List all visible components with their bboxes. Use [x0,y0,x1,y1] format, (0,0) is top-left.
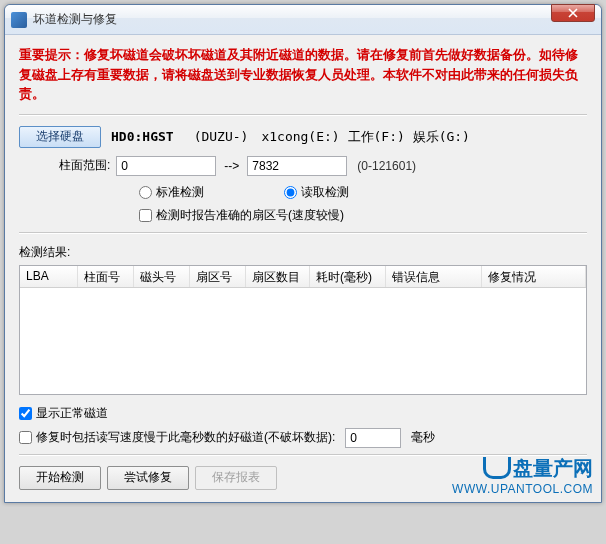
range-label: 柱面范围: [59,157,110,174]
th-sector[interactable]: 扇区号 [190,266,246,287]
checkbox-slow-repair-label: 修复时包括读写速度慢于此毫秒数的好磁道(不破坏数据): [36,429,335,446]
app-icon [11,12,27,28]
th-lba[interactable]: LBA [20,266,78,287]
save-report-button[interactable]: 保存报表 [195,466,277,490]
bottom-options: 显示正常磁道 修复时包括读写速度慢于此毫秒数的好磁道(不破坏数据): 毫秒 [19,405,587,448]
checkbox-accurate[interactable]: 检测时报告准确的扇区号(速度较慢) [139,207,587,224]
detect-mode-row: 标准检测 读取检测 [139,184,587,201]
checkbox-show-normal[interactable] [19,407,32,420]
slow-ms-input[interactable] [345,428,401,448]
radio-standard-label: 标准检测 [156,184,204,201]
accurate-sector-row: 检测时报告准确的扇区号(速度较慢) [139,207,587,224]
range-end-input[interactable] [247,156,347,176]
close-button[interactable] [551,4,595,22]
checkbox-accurate-input[interactable] [139,209,152,222]
slow-repair-row: 修复时包括读写速度慢于此毫秒数的好磁道(不破坏数据): 毫秒 [19,428,587,448]
titlebar[interactable]: 坏道检测与修复 [5,5,601,35]
divider-2 [19,232,587,234]
radio-read[interactable]: 读取检测 [284,184,349,201]
content-area: 重要提示：修复坏磁道会破坏坏磁道及其附近磁道的数据。请在修复前首先做好数据备份。… [5,35,601,502]
th-sector-count[interactable]: 扇区数目 [246,266,310,287]
warning-text: 重要提示：修复坏磁道会破坏坏磁道及其附近磁道的数据。请在修复前首先做好数据备份。… [19,45,587,104]
th-time[interactable]: 耗时(毫秒) [310,266,386,287]
try-repair-button[interactable]: 尝试修复 [107,466,189,490]
radio-read-input[interactable] [284,186,297,199]
window-title: 坏道检测与修复 [33,11,595,28]
th-error[interactable]: 错误信息 [386,266,482,287]
disk-model: HD0:HGST [111,129,174,144]
radio-standard[interactable]: 标准检测 [139,184,204,201]
start-detect-button[interactable]: 开始检测 [19,466,101,490]
ms-unit-label: 毫秒 [411,429,435,446]
show-normal-row: 显示正常磁道 [19,405,587,422]
divider [19,114,587,116]
range-arrow: --> [224,159,239,173]
select-disk-button[interactable]: 选择硬盘 [19,126,101,148]
divider-3 [19,454,587,456]
checkbox-show-normal-label: 显示正常磁道 [36,405,108,422]
range-start-input[interactable] [116,156,216,176]
checkbox-slow-repair[interactable] [19,431,32,444]
button-row: 开始检测 尝试修复 保存报表 [19,466,587,490]
th-cylinder[interactable]: 柱面号 [78,266,134,287]
range-hint: (0-121601) [357,159,416,173]
radio-standard-input[interactable] [139,186,152,199]
results-label: 检测结果: [19,244,587,261]
dialog-window: 坏道检测与修复 重要提示：修复坏磁道会破坏坏磁道及其附近磁道的数据。请在修复前首… [4,4,602,503]
cylinder-range-row: 柱面范围: --> (0-121601) [59,156,587,176]
radio-read-label: 读取检测 [301,184,349,201]
results-table[interactable]: LBA 柱面号 磁头号 扇区号 扇区数目 耗时(毫秒) 错误信息 修复情况 [19,265,587,395]
th-repair[interactable]: 修复情况 [482,266,586,287]
th-head[interactable]: 磁头号 [134,266,190,287]
checkbox-accurate-label: 检测时报告准确的扇区号(速度较慢) [156,207,344,224]
disk-partitions: (DUZU-) x1cong(E:) 工作(F:) 娱乐(G:) [194,128,470,146]
disk-row: 选择硬盘 HD0:HGST (DUZU-) x1cong(E:) 工作(F:) … [19,126,587,148]
table-header: LBA 柱面号 磁头号 扇区号 扇区数目 耗时(毫秒) 错误信息 修复情况 [20,266,586,288]
